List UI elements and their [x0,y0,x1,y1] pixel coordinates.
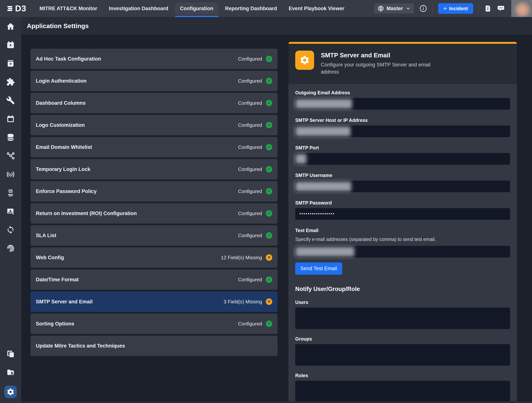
config-item-logo-customization[interactable]: Logo Customization Configured ✓ [31,115,278,135]
user-avatar[interactable] [511,0,532,17]
field-label: Test Email [295,228,510,233]
chat-button[interactable] [497,5,505,13]
document-info-icon [484,5,492,12]
config-item-status: Configured [238,321,262,327]
config-item-dashboard-columns[interactable]: Dashboard Columns Configured ✓ [31,93,278,113]
panel-title: SMTP Server and Email [321,52,434,59]
tools-icon[interactable] [5,95,16,106]
config-item-sla-list[interactable]: SLA List Configured ✓ [31,225,278,246]
new-incident-button[interactable]: + Incident [438,3,473,14]
configured-check-icon: ✓ [266,276,272,283]
incident-report-icon[interactable] [5,206,16,217]
top-nav-right-cluster: Master + Incident [374,0,532,17]
config-item-ad-hoc-task[interactable]: Ad Hoc Task Configuration Configured ✓ [31,49,278,69]
database-icon[interactable] [5,132,16,143]
tab-mitre-attck-monitor[interactable]: MITRE ATT&CK Monitor [35,2,102,14]
missing-x-icon: ✕ [266,254,272,261]
users-label: Users [295,300,510,305]
configured-check-icon: ✓ [266,232,272,239]
config-item-status: Configured [238,233,262,239]
config-item-status: 3 Field(s) Missing [224,299,262,305]
groups-input[interactable] [295,344,510,366]
globe-icon [378,5,384,12]
smtp-settings-panel: SMTP Server and Email Configure your out… [288,42,517,401]
tab-configuration[interactable]: Configuration [175,2,218,14]
copy-icon[interactable] [5,349,16,359]
settings-gear-icon[interactable] [4,386,17,398]
test-email-input[interactable] [295,246,510,258]
d3-logo[interactable]: D3 [0,4,35,13]
config-item-smtp-server-and-email[interactable]: SMTP Server and Email 3 Field(s) Missing… [31,292,278,312]
globe-filter-icon[interactable] [5,188,16,198]
config-item-web-config[interactable]: Web Config 12 Field(s) Missing ✕ [31,247,278,268]
configured-check-icon: ✓ [266,100,272,106]
config-item-title: Sorting Options [36,321,74,327]
config-item-enforce-password-policy[interactable]: Enforce Password Policy Configured ✓ [31,181,278,202]
puzzle-icon[interactable] [5,77,16,87]
redacted-value [295,99,352,109]
config-item-temporary-login-lock[interactable]: Temporary Login Lock Configured ✓ [31,159,278,179]
config-item-sorting-options[interactable]: Sorting Options Configured ✓ [31,314,278,334]
configured-check-icon: ✓ [266,78,272,84]
video-library-icon[interactable] [5,58,16,69]
tab-investigation-dashboard[interactable]: Investigation Dashboard [104,2,173,14]
tab-event-playbook-viewer[interactable]: Event Playbook Viewer [284,2,349,14]
incident-button-label: Incident [449,6,468,12]
configured-check-icon: ✓ [266,144,272,150]
shared-folder-icon[interactable] [5,367,16,378]
top-nav-tabs: MITRE ATT&CK Monitor Investigation Dashb… [35,0,349,17]
roles-input[interactable] [295,381,510,401]
workspace-selector[interactable]: Master [374,3,414,13]
config-item-roi-configuration[interactable]: Return on Investment (ROI) Configuration… [31,203,278,224]
broadcast-icon[interactable] [5,169,16,180]
field-label: SMTP Password [295,200,510,206]
config-item-status: Configured [238,122,262,128]
config-item-title: Dashboard Columns [36,100,86,106]
config-item-date-time-format[interactable]: Date/Time Format Configured ✓ [31,269,278,290]
redacted-value [295,182,351,191]
field-label: SMTP Username [295,173,510,178]
smtp-password-input[interactable]: ••••••••••••••••• [295,208,510,220]
config-item-title: Date/Time Format [36,277,79,283]
gear-icon [299,55,310,65]
config-item-status: Configured [238,277,262,283]
config-item-status: Configured [238,56,262,62]
smtp-host-input[interactable] [295,125,510,137]
chevron-down-icon [406,6,411,11]
network-graph-icon[interactable] [5,150,16,161]
field-label: SMTP Port [295,145,510,150]
release-notes-button[interactable] [484,5,492,12]
users-input[interactable] [295,307,510,329]
configured-check-icon: ✓ [266,210,272,217]
config-item-login-authentication[interactable]: Login Authentication Configured ✓ [31,71,278,91]
info-circle-icon [419,5,427,13]
tab-reporting-dashboard[interactable]: Reporting Dashboard [220,2,282,14]
home-icon[interactable] [5,21,16,32]
redacted-value [295,126,350,136]
bottom-strip [21,401,532,403]
info-button[interactable] [419,5,427,13]
top-navigation-bar: D3 MITRE ATT&CK Monitor Investigation Da… [0,0,532,17]
field-label: SMTP Server Host or IP Address [295,117,510,123]
config-item-status: Configured [238,211,262,216]
smtp-username-input[interactable] [295,181,510,192]
calendar-play-icon[interactable] [5,40,16,50]
outgoing-email-input[interactable] [295,98,510,110]
config-item-title: SLA List [36,233,56,239]
config-item-title: Temporary Login Lock [36,166,90,172]
config-item-title: Email Domain Whitelist [36,144,92,150]
config-item-update-mitre-tactics[interactable]: Update Mitre Tactics and Techniques [31,336,278,356]
config-item-status: Configured [238,100,262,106]
config-item-title: SMTP Server and Email [36,299,93,305]
groups-label: Groups [295,336,510,342]
fingerprint-icon[interactable] [5,243,16,254]
config-item-email-domain-whitelist[interactable]: Email Domain Whitelist Configured ✓ [31,137,278,157]
smtp-port-input[interactable] [295,153,510,165]
send-test-email-button[interactable]: Send Test Email [295,262,342,275]
roles-label: Roles [295,373,510,378]
sync-icon[interactable] [5,225,16,235]
calendar-icon[interactable] [5,114,16,124]
nav-divider [478,4,479,13]
configuration-list: Ad Hoc Task Configuration Configured ✓ L… [31,49,278,401]
panel-subtitle: Configure your outgoing SMTP Server and … [321,61,434,76]
